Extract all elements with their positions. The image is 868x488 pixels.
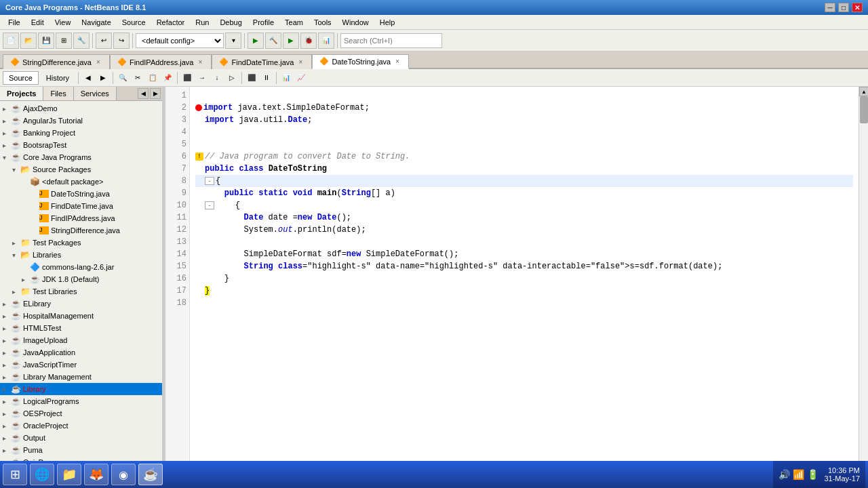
build-button[interactable]: 🔨: [265, 33, 281, 49]
menu-edit[interactable]: Edit: [26, 16, 50, 29]
scrollbar-up[interactable]: ▲: [859, 87, 868, 96]
toggle-bkpt-button[interactable]: ⬛: [180, 71, 194, 85]
menu-navigate[interactable]: Navigate: [76, 16, 116, 29]
tree-item-corejava[interactable]: ▾☕Core Java Programs: [0, 151, 162, 163]
copy-button[interactable]: 📋: [146, 71, 159, 85]
code-line-3[interactable]: import java.util.Date;: [195, 114, 853, 126]
code-line-15[interactable]: String class="highlight-s" data-name="hi…: [195, 260, 853, 272]
tree-item-imageupload[interactable]: ▸☕ImageUpload: [0, 334, 162, 346]
code-line-12[interactable]: System.out.println(date);: [195, 224, 853, 236]
tree-item-elibrary[interactable]: ▸☕ELibrary: [0, 298, 162, 310]
new-file-button[interactable]: 📄: [3, 33, 19, 49]
tree-item-library[interactable]: ▸☕Library: [0, 383, 162, 395]
code-line-6[interactable]: !// Java program to convert Date to Stri…: [195, 150, 853, 163]
tab-close-button[interactable]: ×: [296, 58, 304, 66]
tree-item-datetostringjava[interactable]: JDateToString.java: [0, 188, 162, 200]
cut-button[interactable]: ✂: [131, 71, 144, 85]
undo-button[interactable]: ↩: [96, 33, 112, 49]
menu-tools[interactable]: Tools: [309, 16, 337, 29]
editor-scrollbar[interactable]: ▲ ▼: [859, 87, 868, 488]
taskbar-explorer[interactable]: 📁: [57, 464, 81, 485]
code-line-5[interactable]: [195, 138, 853, 150]
code-line-2[interactable]: import java.text.SimpleDateFormat;: [195, 102, 853, 114]
tree-item-testpkgs[interactable]: ▸📁Test Packages: [0, 237, 162, 249]
run-project-button[interactable]: ▶: [248, 33, 264, 49]
code-line-4[interactable]: [195, 126, 853, 138]
code-line-11[interactable]: Date date =new Date();: [195, 211, 853, 224]
taskbar-firefox[interactable]: 🦊: [84, 464, 108, 485]
profiling-btn[interactable]: 📈: [294, 71, 308, 85]
menu-profile[interactable]: Profile: [248, 16, 279, 29]
tree-item-html5test[interactable]: ▸☕HTML5Test: [0, 322, 162, 334]
menu-file[interactable]: File: [3, 16, 26, 29]
code-line-17[interactable]: }: [195, 285, 853, 297]
tree-item-javascripttimer[interactable]: ▸☕JavaScriptTimer: [0, 359, 162, 371]
tree-item-angulartutorial[interactable]: ▸☕AngularJs Tutorial: [0, 115, 162, 127]
menu-source[interactable]: Source: [117, 16, 151, 29]
menu-team[interactable]: Team: [279, 16, 309, 29]
debug-button[interactable]: 🐞: [300, 33, 317, 49]
tree-item-bootstraptest[interactable]: ▸☕BootsrapTest: [0, 139, 162, 151]
tab-close-button[interactable]: ×: [196, 58, 204, 66]
tree-item-logicalprograms[interactable]: ▸☕LogicalPrograms: [0, 395, 162, 407]
settings-button[interactable]: 🔧: [73, 33, 90, 49]
step-into-button[interactable]: ↓: [210, 71, 224, 85]
tray-volume[interactable]: 📶: [793, 469, 804, 480]
sidebar-tab-projects[interactable]: Projects: [0, 87, 43, 100]
taskbar-ie[interactable]: 🌐: [30, 464, 54, 485]
tree-item-ajaxdemo[interactable]: ▸☕AjaxDemo: [0, 102, 162, 115]
tree-item-testlib[interactable]: ▸📁Test Libraries: [0, 285, 162, 298]
tab-StringDifference-java[interactable]: 🔶StringDifference.java×: [3, 54, 110, 69]
collapse-left-button[interactable]: ◀: [138, 88, 149, 99]
code-line-16[interactable]: }: [195, 272, 853, 285]
code-line-1[interactable]: [195, 89, 853, 102]
redo-button[interactable]: ↪: [113, 33, 130, 49]
profile-button[interactable]: 📊: [318, 33, 334, 49]
tray-network[interactable]: 🔊: [778, 469, 790, 480]
code-line-8[interactable]: -{: [195, 175, 853, 187]
taskbar-netbeans[interactable]: ☕: [138, 464, 163, 485]
fold-indicator[interactable]: -: [205, 201, 214, 209]
tree-item-finddatetimejava[interactable]: JFindDateTime.java: [0, 200, 162, 212]
code-line-13[interactable]: [195, 236, 853, 248]
menu-refactor[interactable]: Refactor: [151, 16, 191, 29]
close-button[interactable]: ✕: [852, 3, 863, 12]
tree-item-libraries[interactable]: ▾📂Libraries: [0, 249, 162, 261]
tab-FindIPAddress-java[interactable]: 🔶FindIPAddress.java×: [110, 54, 212, 69]
history-tab-btn[interactable]: History: [40, 71, 75, 85]
tree-item-bankingproject[interactable]: ▸☕Banking Project: [0, 127, 162, 139]
menu-debug[interactable]: Debug: [214, 16, 247, 29]
run-to-cursor-button[interactable]: ▷: [225, 71, 239, 85]
code-editor[interactable]: import java.text.SimpleDateFormat;import…: [190, 87, 859, 488]
source-tab-btn[interactable]: Source: [3, 71, 39, 85]
tree-item-commonslang[interactable]: 🔷commons-lang-2.6.jar: [0, 261, 162, 273]
tree-item-defaultpkg[interactable]: 📦<default package>: [0, 176, 162, 188]
tree-item-stringdifferencejava[interactable]: JStringDifference.java: [0, 224, 162, 237]
open-button[interactable]: 📂: [20, 33, 37, 49]
tab-close-button[interactable]: ×: [393, 58, 401, 66]
find-button[interactable]: 🔍: [116, 71, 130, 85]
tray-battery[interactable]: 🔋: [807, 469, 818, 480]
tree-item-librarymgmt[interactable]: ▸☕Library Management: [0, 371, 162, 383]
sidebar-tab-services[interactable]: Services: [74, 87, 117, 100]
search-input[interactable]: [340, 33, 442, 48]
clock[interactable]: 10:36 PM 31-May-17: [824, 466, 860, 483]
config-dropdown[interactable]: ▾: [225, 33, 241, 49]
collapse-right-button[interactable]: ▶: [150, 88, 161, 99]
menu-run[interactable]: Run: [190, 16, 214, 29]
back-button[interactable]: ◀: [81, 71, 95, 85]
tree-item-sourcepkg[interactable]: ▾📂Source Packages: [0, 163, 162, 176]
run-button[interactable]: ▶: [283, 33, 299, 49]
minimize-button[interactable]: ─: [825, 3, 835, 12]
tree-item-oracleproject[interactable]: ▸☕OracleProject: [0, 420, 162, 432]
tree-item-jdk18[interactable]: ▸☕JDK 1.8 (Default): [0, 273, 162, 285]
menu-help[interactable]: Help: [374, 16, 401, 29]
code-line-7[interactable]: public class DateToString: [195, 163, 853, 175]
tree-item-output[interactable]: ▸☕Output: [0, 432, 162, 444]
code-line-18[interactable]: [195, 297, 853, 309]
step-over-button[interactable]: →: [195, 71, 209, 85]
menu-window[interactable]: Window: [337, 16, 374, 29]
save-button[interactable]: 💾: [38, 33, 54, 49]
pause-button[interactable]: ⏸: [260, 71, 273, 85]
tree-item-findipaddressjava[interactable]: JFindIPAddress.java: [0, 212, 162, 224]
